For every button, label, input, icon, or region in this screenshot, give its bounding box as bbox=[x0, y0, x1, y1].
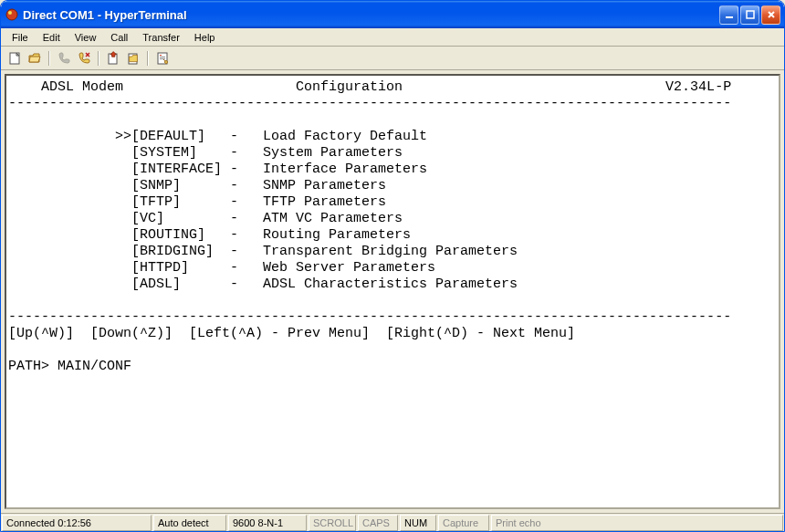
svg-point-11 bbox=[165, 60, 168, 63]
app-window: Direct COM1 - HyperTerminal File Edit Vi… bbox=[0, 0, 785, 532]
receive-icon[interactable] bbox=[123, 48, 143, 68]
menu-edit[interactable]: Edit bbox=[36, 30, 68, 45]
new-icon[interactable] bbox=[5, 48, 25, 68]
app-icon bbox=[5, 7, 19, 22]
status-scroll: SCROLL bbox=[309, 515, 356, 531]
properties-icon[interactable] bbox=[152, 48, 173, 68]
menu-file[interactable]: File bbox=[5, 30, 36, 45]
toolbar bbox=[1, 47, 784, 70]
titlebar: Direct COM1 - HyperTerminal bbox=[1, 1, 784, 28]
maximize-button[interactable] bbox=[740, 5, 759, 25]
toolbar-separator bbox=[145, 49, 151, 68]
menu-call[interactable]: Call bbox=[103, 30, 135, 45]
status-printecho: Print echo bbox=[491, 515, 783, 531]
svg-point-1 bbox=[8, 11, 12, 15]
svg-rect-2 bbox=[726, 16, 733, 18]
close-button[interactable] bbox=[761, 5, 780, 25]
svg-rect-3 bbox=[747, 11, 754, 18]
menu-transfer[interactable]: Transfer bbox=[135, 30, 187, 45]
open-icon[interactable] bbox=[25, 48, 45, 68]
status-caps: CAPS bbox=[358, 515, 398, 531]
menu-view[interactable]: View bbox=[68, 30, 104, 45]
status-capture: Capture bbox=[438, 515, 489, 531]
svg-rect-9 bbox=[160, 57, 165, 57]
status-num: NUM bbox=[400, 515, 436, 531]
toolbar-separator bbox=[96, 49, 101, 68]
menubar: File Edit View Call Transfer Help bbox=[1, 28, 784, 47]
svg-point-0 bbox=[6, 9, 17, 20]
status-connected: Connected 0:12:56 bbox=[2, 515, 152, 531]
disconnect-icon[interactable] bbox=[74, 48, 94, 68]
menu-help[interactable]: Help bbox=[187, 30, 223, 45]
window-title: Direct COM1 - HyperTerminal bbox=[23, 8, 719, 22]
svg-rect-8 bbox=[160, 55, 162, 56]
minimize-button[interactable] bbox=[719, 5, 738, 25]
terminal[interactable]: ADSL Modem Configuration V2.34L-P ------… bbox=[5, 74, 780, 509]
send-icon[interactable] bbox=[103, 48, 123, 68]
toolbar-separator bbox=[47, 49, 52, 68]
connect-icon bbox=[54, 48, 74, 68]
status-autodetect: Auto detect bbox=[153, 515, 226, 531]
statusbar: Connected 0:12:56 Auto detect 9600 8-N-1… bbox=[1, 513, 784, 531]
svg-rect-10 bbox=[160, 58, 165, 59]
window-controls bbox=[719, 5, 780, 25]
content-area: ADSL Modem Configuration V2.34L-P ------… bbox=[1, 70, 784, 513]
status-port: 9600 8-N-1 bbox=[228, 515, 307, 531]
